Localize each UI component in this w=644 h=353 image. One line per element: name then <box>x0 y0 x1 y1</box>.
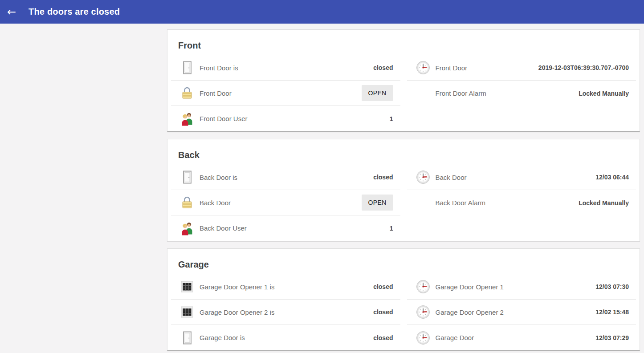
card-left-column: Front Door isclosedFront DoorOPENFront D… <box>171 55 400 131</box>
clock-icon <box>416 280 430 294</box>
item-row: Front Door User1 <box>171 106 400 131</box>
clock-icon <box>416 331 430 345</box>
item-label: Back Door <box>200 199 362 207</box>
back-button[interactable]: ← <box>7 6 19 18</box>
item-value: 12/03 06:44 <box>595 174 629 181</box>
item-row: Back Door User1 <box>171 215 400 241</box>
item-label: Front Door <box>200 89 362 97</box>
sitemap-content: FrontFront Door isclosedFront DoorOPENFr… <box>167 29 640 353</box>
card-title: Front <box>171 30 636 55</box>
item-value: 1 <box>390 115 393 122</box>
clock-icon <box>416 305 430 319</box>
card-left-column: Garage Door Opener 1 isclosedGarage Door… <box>171 274 400 350</box>
item-row: Back Door12/03 06:44 <box>407 165 636 190</box>
item-value: 1 <box>390 225 393 232</box>
item-label: Back Door User <box>200 224 390 232</box>
item-label: Garage Door Opener 2 <box>436 308 596 316</box>
item-row: Garage Door Opener 2 isclosed <box>171 300 400 325</box>
clock-icon <box>416 61 430 75</box>
card-columns: Back Door isclosedBack DoorOPENBack Door… <box>171 165 636 241</box>
card-columns: Garage Door Opener 1 isclosedGarage Door… <box>171 274 636 350</box>
card-front: FrontFront Door isclosedFront DoorOPENFr… <box>167 29 640 132</box>
item-label: Front Door User <box>200 115 390 122</box>
card-columns: Front Door isclosedFront DoorOPENFront D… <box>171 55 636 131</box>
card-right-column: Garage Door Opener 112/03 07:30Garage Do… <box>407 274 636 350</box>
page-title: The doors are closed <box>29 7 120 17</box>
item-label: Garage Door is <box>200 334 373 341</box>
parents-icon <box>180 112 194 126</box>
blank-icon <box>416 86 430 101</box>
item-row: Front Door2019-12-03T06:39:30.707.-0700 <box>407 55 636 81</box>
item-label: Back Door <box>436 174 596 181</box>
app-header: ← The doors are closed <box>0 0 644 24</box>
item-label: Front Door Alarm <box>436 89 579 97</box>
item-row: Garage Door Opener 212/02 15:48 <box>407 300 636 325</box>
item-row: Back Door AlarmLocked Manually <box>407 190 636 215</box>
blank-icon <box>416 196 430 210</box>
clock-icon <box>416 170 430 184</box>
lock-icon <box>180 86 194 100</box>
item-row: Garage Door Opener 1 isclosed <box>171 274 400 300</box>
lock-icon <box>180 195 194 210</box>
item-value: 2019-12-03T06:39:30.707.-0700 <box>538 64 629 71</box>
item-label: Garage Door Opener 1 <box>436 283 596 291</box>
card-garage: GarageGarage Door Opener 1 isclosedGarag… <box>167 248 640 351</box>
card-back: BackBack Door isclosedBack DoorOPENBack … <box>167 139 640 241</box>
item-label: Back Door Alarm <box>436 199 579 207</box>
item-value: 12/03 07:29 <box>595 334 629 341</box>
item-row: Garage Door isclosed <box>171 325 400 350</box>
card-title: Garage <box>171 249 636 274</box>
item-value: closed <box>373 64 393 71</box>
item-value: closed <box>373 308 393 316</box>
card-left-column: Back Door isclosedBack DoorOPENBack Door… <box>171 165 400 241</box>
garage-icon <box>180 305 194 319</box>
item-value: closed <box>373 174 393 181</box>
item-label: Garage Door <box>436 334 596 341</box>
item-value: 12/03 07:30 <box>595 283 629 290</box>
card-right-column: Back Door12/03 06:44Back Door AlarmLocke… <box>407 165 636 241</box>
open-button[interactable]: OPEN <box>362 85 393 101</box>
item-label: Back Door is <box>200 174 373 181</box>
card-title: Back <box>171 139 636 165</box>
item-value: 12/02 15:48 <box>595 308 629 316</box>
door-icon <box>180 331 194 345</box>
item-value: closed <box>373 283 393 290</box>
card-right-column: Front Door2019-12-03T06:39:30.707.-0700F… <box>407 55 636 131</box>
item-label: Garage Door Opener 2 is <box>200 308 373 316</box>
open-button[interactable]: OPEN <box>362 195 393 211</box>
item-label: Front Door <box>436 64 538 72</box>
item-value: Locked Manually <box>579 90 629 97</box>
item-row: Front DoorOPEN <box>171 81 400 106</box>
item-row: Front Door AlarmLocked Manually <box>407 81 636 106</box>
item-value: closed <box>373 334 393 341</box>
item-label: Front Door is <box>200 64 373 72</box>
item-row: Garage Door Opener 112/03 07:30 <box>407 274 636 300</box>
item-label: Garage Door Opener 1 is <box>200 283 373 291</box>
item-row: Back Door isclosed <box>171 165 400 190</box>
item-row: Front Door isclosed <box>171 55 400 81</box>
door-icon <box>180 61 194 75</box>
parents-icon <box>180 221 194 235</box>
item-value: Locked Manually <box>579 199 629 207</box>
item-row: Back DoorOPEN <box>171 190 400 215</box>
garage-icon <box>180 280 194 294</box>
item-row: Garage Door12/03 07:29 <box>407 325 636 350</box>
door-icon <box>180 170 194 184</box>
